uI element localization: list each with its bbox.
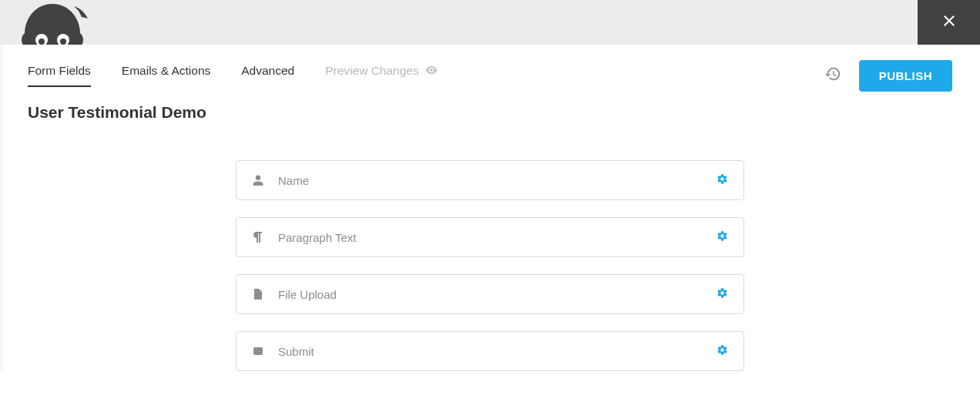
gear-icon <box>717 287 728 302</box>
field-row-name[interactable]: Name <box>236 160 744 200</box>
history-icon <box>824 65 841 85</box>
tab-label: Advanced <box>241 64 294 78</box>
gear-icon <box>717 230 728 245</box>
field-label: Submit <box>278 345 717 358</box>
field-settings-button[interactable] <box>717 287 728 302</box>
tabs: Form Fields Emails & Actions Advanced Pr… <box>28 64 438 87</box>
tab-label: Preview Changes <box>325 64 418 78</box>
tab-advanced[interactable]: Advanced <box>241 64 294 87</box>
field-label: File Upload <box>278 288 717 301</box>
history-button[interactable] <box>824 66 842 85</box>
gear-icon <box>717 173 728 188</box>
field-label: Paragraph Text <box>278 231 717 244</box>
paragraph-icon <box>252 231 264 243</box>
field-row-file-upload[interactable]: File Upload <box>236 274 744 314</box>
publish-label: PUBLISH <box>879 69 932 82</box>
app-logo <box>14 0 91 45</box>
tab-preview-changes[interactable]: Preview Changes <box>325 64 437 87</box>
eye-icon <box>425 64 438 78</box>
svg-rect-0 <box>22 31 83 45</box>
right-controls: PUBLISH <box>824 60 952 92</box>
publish-button[interactable]: PUBLISH <box>859 60 952 92</box>
svg-point-4 <box>60 38 66 45</box>
tab-label: Emails & Actions <box>122 64 210 78</box>
svg-point-3 <box>39 38 45 45</box>
svg-rect-5 <box>253 347 263 355</box>
close-button[interactable] <box>918 0 980 45</box>
field-row-paragraph[interactable]: Paragraph Text <box>236 217 744 257</box>
field-row-submit[interactable]: Submit <box>236 331 744 371</box>
main-area: Form Fields Emails & Actions Advanced Pr… <box>0 45 980 371</box>
tab-bar: Form Fields Emails & Actions Advanced Pr… <box>0 45 980 91</box>
square-icon <box>252 345 264 357</box>
user-icon <box>252 174 264 186</box>
fields-area: Name Paragraph Text File Upload <box>236 160 744 371</box>
field-settings-button[interactable] <box>717 173 728 188</box>
gear-icon <box>717 344 728 359</box>
close-icon <box>940 12 958 33</box>
field-settings-button[interactable] <box>717 230 728 245</box>
tab-label: Form Fields <box>28 64 91 78</box>
tab-form-fields[interactable]: Form Fields <box>28 64 91 87</box>
field-label: Name <box>278 174 717 187</box>
topbar <box>0 0 980 45</box>
tab-emails-actions[interactable]: Emails & Actions <box>122 64 210 87</box>
file-icon <box>252 288 264 300</box>
form-title: User Testimonial Demo <box>0 91 980 137</box>
field-settings-button[interactable] <box>717 344 728 359</box>
